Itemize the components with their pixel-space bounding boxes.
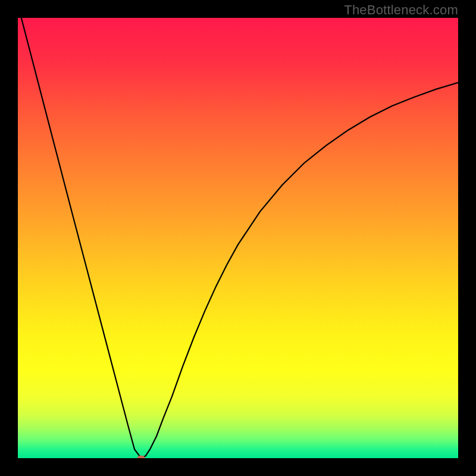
gradient-background — [18, 18, 458, 458]
chart-frame: TheBottleneck.com — [0, 0, 476, 476]
watermark-text: TheBottleneck.com — [344, 2, 458, 18]
plot-area — [18, 18, 458, 458]
chart-svg — [18, 18, 458, 458]
